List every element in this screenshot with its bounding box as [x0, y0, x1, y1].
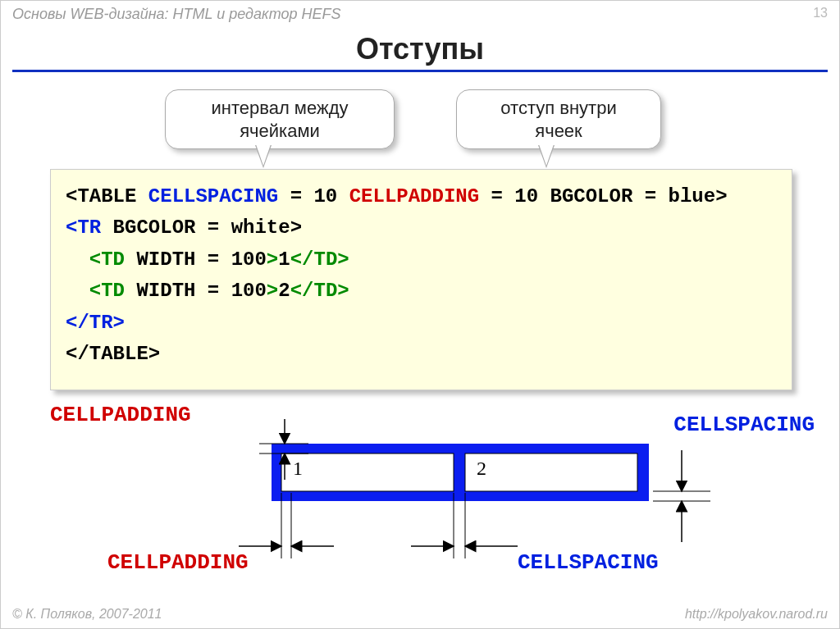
code-line-4: <TD WIDTH = 100>2</TD>	[66, 276, 777, 307]
title-underline	[12, 70, 828, 72]
footer-copyright: © К. Поляков, 2007-2011	[12, 607, 162, 622]
table-diagram: 1 2	[189, 419, 747, 583]
svg-rect-2	[465, 454, 637, 491]
callout-cellspacing: интервал между ячейками	[165, 89, 395, 149]
slide-title: Отступы	[1, 32, 839, 66]
course-title: Основы WEB-дизайна: HTML и редактор HEFS	[12, 6, 341, 23]
code-line-3: <TD WIDTH = 100>1</TD>	[66, 244, 777, 276]
code-line-5: </TR>	[66, 308, 777, 339]
cell-2-text: 2	[477, 458, 486, 479]
callout-cellpadding: отступ внутри ячеек	[456, 89, 661, 149]
svg-rect-1	[281, 454, 454, 491]
page-number: 13	[813, 6, 828, 23]
code-line-1: <TABLE CELLSPACING = 10 CELLPADDING = 10…	[66, 181, 777, 212]
code-example: <TABLE CELLSPACING = 10 CELLPADDING = 10…	[50, 169, 792, 390]
footer-url: http://kpolyakov.narod.ru	[685, 607, 828, 622]
label-cellpadding-top: CELLPADDING	[50, 403, 191, 427]
callout-tail-icon	[255, 145, 272, 168]
code-line-2: <TR BGCOLOR = white>	[66, 212, 777, 244]
cell-1-text: 1	[293, 458, 303, 479]
code-line-6: </TABLE>	[66, 339, 777, 370]
callout-tail-icon	[538, 145, 555, 168]
